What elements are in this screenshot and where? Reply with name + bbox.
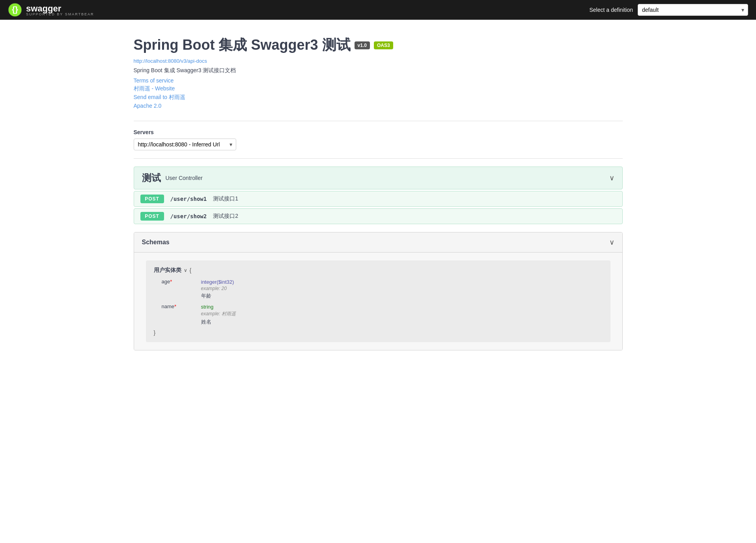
send-email-link[interactable]: Send email to 村雨遥 <box>134 94 623 101</box>
schemas-header[interactable]: Schemas ∨ <box>134 232 622 253</box>
method-badge-post-2: POST <box>140 212 164 221</box>
schema-field-age: age* integer($int32) example: 20 年龄 <box>162 279 603 300</box>
logo-area: {} swagger Supported by SMARTBEAR <box>8 3 94 17</box>
license-link[interactable]: Apache 2.0 <box>134 103 623 109</box>
field-required-age: * <box>170 279 172 285</box>
field-desc-age: 年龄 <box>201 292 234 300</box>
servers-label: Servers <box>134 129 623 135</box>
field-type-age: integer($int32) <box>201 279 234 285</box>
field-type-group-age: integer($int32) example: 20 年龄 <box>201 279 234 300</box>
field-required-name: * <box>174 303 176 309</box>
field-example-age: example: 20 <box>201 286 234 291</box>
endpoint-row-show1[interactable]: POST /user/show1 测试接口1 <box>134 191 623 207</box>
logo-text-group: swagger Supported by SMARTBEAR <box>26 4 94 16</box>
oas-badge: OAS3 <box>374 41 393 49</box>
api-docs-url[interactable]: http://localhost:8080/v3/api-docs <box>134 58 623 64</box>
schema-field-name-row: name* string example: 村雨遥 姓名 <box>162 303 603 326</box>
endpoint-path-2: /user/show2 <box>170 213 207 219</box>
api-title-text: Spring Boot 集成 Swagger3 测试 <box>134 36 351 55</box>
field-type-name: string <box>201 304 214 310</box>
schema-fields: age* integer($int32) example: 20 年龄 name… <box>154 279 603 326</box>
schemas-section: Schemas ∨ 用户实体类 ∨ { age* integer($int32) <box>134 232 623 350</box>
smartbear-sub: Supported by SMARTBEAR <box>26 12 94 16</box>
servers-select-wrapper[interactable]: http://localhost:8080 - Inferred Url ▾ <box>134 139 236 150</box>
schemas-title: Schemas <box>142 239 170 246</box>
api-description: Spring Boot 集成 Swagger3 测试接口文档 <box>134 67 623 74</box>
endpoint-description-2: 测试接口2 <box>213 213 238 220</box>
definition-select-wrapper[interactable]: default ▾ <box>638 4 748 16</box>
field-type-group-name: string example: 村雨遥 姓名 <box>201 303 236 326</box>
select-definition-label: Select a definition <box>589 7 633 13</box>
header: {} swagger Supported by SMARTBEAR Select… <box>0 0 756 20</box>
svg-text:{}: {} <box>12 5 18 14</box>
field-example-name: example: 村雨遥 <box>201 311 236 317</box>
field-desc-name: 姓名 <box>201 318 236 326</box>
definition-select[interactable]: default <box>638 4 748 16</box>
endpoint-row-show2[interactable]: POST /user/show2 测试接口2 <box>134 208 623 224</box>
schema-entity-collapse-icon[interactable]: ∨ <box>184 268 187 273</box>
terms-of-service-link[interactable]: Terms of service <box>134 77 623 84</box>
swagger-logo-icon: {} <box>8 3 22 17</box>
schemas-collapse-icon: ∨ <box>609 238 614 247</box>
api-title: Spring Boot 集成 Swagger3 测试 v1.0 OAS3 <box>134 36 623 55</box>
controller-tag: 测试 <box>142 172 161 184</box>
servers-section: Servers http://localhost:8080 - Inferred… <box>134 121 623 159</box>
servers-select[interactable]: http://localhost:8080 - Inferred Url <box>134 139 236 150</box>
controller-collapse-icon: ∨ <box>609 174 614 182</box>
field-name-name: name* <box>162 303 193 309</box>
controller-section: 测试 User Controller ∨ POST /user/show1 测试… <box>134 167 623 224</box>
schema-field-age-row: age* integer($int32) example: 20 年龄 <box>162 279 603 300</box>
endpoint-path-1: /user/show1 <box>170 196 207 202</box>
controller-header-left: 测试 User Controller <box>142 172 203 184</box>
version-badge: v1.0 <box>355 41 370 49</box>
schemas-body: 用户实体类 ∨ { age* integer($int32) example: … <box>134 253 622 350</box>
schema-entity-header: 用户实体类 ∨ { <box>154 267 603 274</box>
header-right: Select a definition default ▾ <box>589 4 748 16</box>
schema-open-brace: { <box>190 267 192 273</box>
schema-entity-user: 用户实体类 ∨ { age* integer($int32) example: … <box>146 260 610 342</box>
info-section: Spring Boot 集成 Swagger3 测试 v1.0 OAS3 htt… <box>134 28 623 121</box>
endpoint-description-1: 测试接口1 <box>213 195 238 202</box>
controller-header[interactable]: 测试 User Controller ∨ <box>134 167 623 189</box>
schema-field-name: name* string example: 村雨遥 姓名 <box>162 303 603 326</box>
schema-entity-name: 用户实体类 <box>154 267 181 274</box>
main-content: Spring Boot 集成 Swagger3 测试 v1.0 OAS3 htt… <box>126 20 631 366</box>
author-website-link[interactable]: 村雨遥 - Website <box>134 85 623 92</box>
schema-close-brace: } <box>154 330 603 336</box>
field-name-age: age* <box>162 279 193 285</box>
method-badge-post-1: POST <box>140 195 164 203</box>
controller-name: User Controller <box>166 175 203 181</box>
